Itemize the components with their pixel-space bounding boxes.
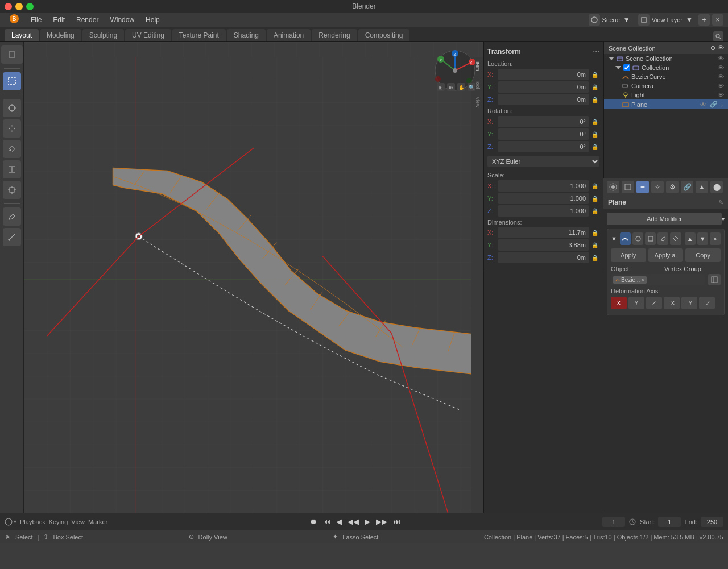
outliner-plane[interactable]: Plane 👁 🔗 ⬦ [604, 99, 728, 109]
current-frame[interactable]: 1 [602, 517, 625, 527]
tab-texture-paint[interactable]: Texture Paint [172, 29, 226, 41]
jump-start-button[interactable]: ⏮ [321, 517, 332, 526]
rotation-x-lock[interactable]: 🔒 [590, 119, 599, 125]
render-layer-icon[interactable] [638, 14, 650, 26]
plane-extra-icon1[interactable]: 🔗 [710, 101, 718, 108]
rotation-z-lock[interactable]: 🔒 [590, 144, 599, 150]
tab-modeling[interactable]: Modeling [40, 29, 81, 41]
location-x-lock[interactable]: 🔒 [590, 72, 599, 78]
modifier-expand-icon[interactable]: ▼ [611, 235, 617, 242]
menu-render[interactable]: Render [72, 15, 103, 25]
modifier-move-down-icon[interactable]: ▼ [697, 232, 708, 245]
outliner-eye-icon[interactable]: 👁 [718, 44, 724, 52]
modifier-curve-icon[interactable] [620, 232, 631, 245]
close-screen-icon[interactable]: × [712, 14, 723, 26]
location-z-lock[interactable]: 🔒 [590, 97, 599, 103]
end-frame[interactable]: 250 [701, 517, 723, 527]
rotation-x-input[interactable] [498, 116, 589, 127]
modifier-render-icon[interactable] [645, 232, 656, 245]
viewport-gizmo[interactable]: X Y Z ⊞ ⊕ ✋ 🔍 [432, 48, 478, 93]
tool-rotate[interactable] [3, 140, 21, 158]
scale-x-lock[interactable]: 🔒 [590, 183, 599, 189]
object-tag-close[interactable]: × [641, 277, 644, 283]
axis-y-button[interactable]: Y [628, 297, 644, 309]
modifier-realtime-icon[interactable] [632, 232, 643, 245]
maximize-button[interactable] [26, 3, 34, 10]
outliner-beziercurve[interactable]: BezierCurve 👁 [604, 72, 728, 81]
scene-collection-eye[interactable]: 👁 [718, 55, 724, 62]
modifier-move-up-icon[interactable]: ▲ [685, 232, 696, 245]
menu-edit[interactable]: Edit [48, 15, 69, 25]
start-frame[interactable]: 1 [658, 517, 681, 527]
play-reverse-button[interactable]: ◀◀ [346, 517, 361, 526]
tab-compositing[interactable]: Compositing [358, 29, 410, 41]
props-render-icon[interactable] [607, 181, 619, 193]
modifier-edit-icon[interactable] [657, 232, 668, 245]
prev-frame-button[interactable]: ◀ [334, 517, 344, 526]
tool-cursor[interactable] [3, 99, 21, 117]
object-input[interactable]: Bezie... × [611, 274, 705, 285]
tab-sculpting[interactable]: Sculpting [82, 29, 124, 41]
collection-eye[interactable]: 👁 [718, 64, 724, 71]
dim-x-input[interactable] [498, 227, 589, 238]
rotation-y-input[interactable] [498, 128, 589, 140]
tab-animation[interactable]: Animation [267, 29, 311, 41]
tab-uv-editing[interactable]: UV Editing [125, 29, 171, 41]
modifier-close-icon[interactable]: × [710, 232, 721, 245]
props-particles-icon[interactable]: ✧ [651, 181, 664, 193]
next-frame-button[interactable]: ▶▶ [374, 517, 389, 526]
menu-help[interactable]: Help [141, 15, 164, 25]
axis-neg-y-button[interactable]: -Y [681, 297, 697, 309]
view-label[interactable]: View [71, 518, 85, 525]
dim-z-input[interactable] [498, 252, 589, 263]
location-x-input[interactable] [498, 69, 589, 80]
jump-end-button[interactable]: ⏭ [391, 517, 402, 526]
axis-neg-z-button[interactable]: -Z [699, 297, 715, 309]
dim-x-lock[interactable]: 🔒 [590, 230, 599, 236]
outliner-collection[interactable]: Collection 👁 [604, 63, 728, 72]
apply-as-shape-button[interactable]: Apply a. [648, 248, 684, 262]
tab-rendering[interactable]: Rendering [312, 29, 357, 41]
props-material-icon[interactable]: ⬤ [710, 181, 723, 193]
scale-x-input[interactable] [498, 180, 589, 192]
props-modifier-icon[interactable] [636, 181, 649, 193]
menu-blender[interactable]: B [5, 13, 24, 27]
view-tab[interactable]: View [475, 94, 481, 110]
props-data-icon[interactable]: ▲ [696, 181, 708, 193]
dim-y-input[interactable] [498, 239, 589, 251]
location-z-input[interactable] [498, 94, 589, 105]
tab-shading[interactable]: Shading [227, 29, 266, 41]
record-button[interactable]: ⏺ [308, 517, 319, 526]
axis-neg-x-button[interactable]: -X [664, 297, 680, 309]
add-modifier-button[interactable]: Add Modifier [607, 213, 722, 225]
tool-transform[interactable] [3, 181, 21, 199]
playback-label[interactable]: Playback [20, 518, 46, 525]
dim-y-lock[interactable]: 🔒 [590, 242, 599, 248]
play-button[interactable]: ▶ [363, 517, 372, 526]
outliner-light[interactable]: Light 👁 [604, 90, 728, 99]
transform-header[interactable]: Transform ⋯ [487, 45, 599, 58]
apply-button[interactable]: Apply [611, 248, 646, 262]
modifier-cage-icon[interactable] [670, 232, 681, 245]
tool-select-box[interactable] [3, 72, 21, 90]
scene-icon[interactable] [589, 14, 600, 26]
location-y-input[interactable] [498, 81, 589, 93]
add-screen-icon[interactable]: + [698, 14, 710, 26]
editor-type-selector[interactable]: ▾ [5, 518, 16, 526]
scene-menu-icon[interactable]: ▼ [622, 15, 631, 24]
copy-button[interactable]: Copy [685, 248, 721, 262]
rotation-z-input[interactable] [498, 141, 589, 152]
marker-label[interactable]: Marker [88, 518, 107, 525]
light-eye[interactable]: 👁 [718, 92, 724, 98]
outliner-camera[interactable]: Camera 👁 [604, 81, 728, 90]
plane-extra-icon2[interactable]: ⬦ [720, 101, 724, 108]
props-output-icon[interactable] [622, 181, 634, 193]
mode-selector[interactable] [1, 45, 23, 64]
location-y-lock[interactable]: 🔒 [590, 84, 599, 90]
axis-z-button[interactable]: Z [646, 297, 662, 309]
close-button[interactable] [5, 3, 12, 10]
outliner-scene-collection[interactable]: Scene Collection 👁 [604, 54, 728, 63]
outliner-filter-icon[interactable]: ⊕ [710, 44, 715, 52]
tool-move[interactable] [3, 119, 21, 138]
props-constraints-icon[interactable]: 🔗 [681, 181, 693, 193]
